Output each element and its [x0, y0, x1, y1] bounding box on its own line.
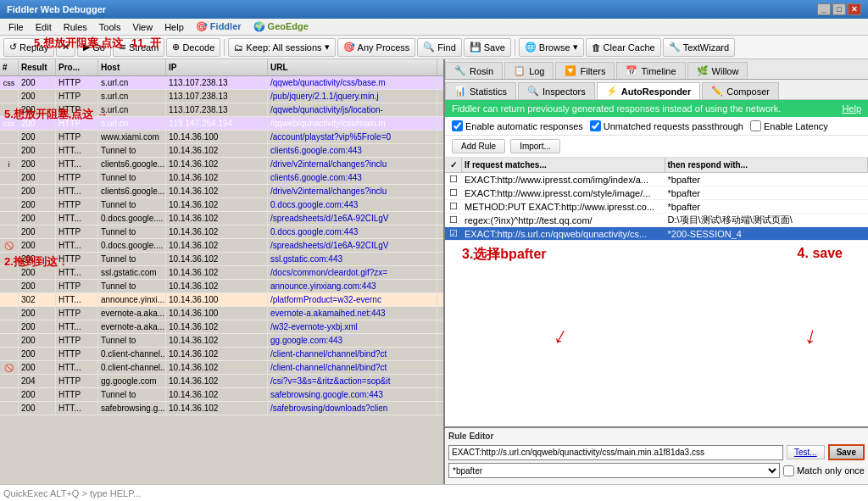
menu-view[interactable]: View	[128, 20, 159, 34]
go-button[interactable]: ▶ Go	[77, 38, 111, 57]
enable-automatic-checkbox[interactable]	[452, 120, 463, 131]
rule-row[interactable]: ☑ EXACT:http://s.url.cn/qqweb/qunactivit…	[445, 227, 868, 241]
table-row[interactable]: 200 HTTP Tunnel to 10.14.36.102 safebrow…	[0, 388, 443, 402]
menu-tools[interactable]: Tools	[94, 20, 126, 34]
tab-statistics[interactable]: 📊 Statistics	[445, 82, 516, 99]
right-panel: 🔧 Rosin 📋 Log 🔽 Filters 📅 Timeline 🌿 Wil…	[445, 59, 868, 484]
table-row[interactable]: 200 HTTP 0.client-channel.... 10.14.36.1…	[0, 348, 443, 361]
table-row[interactable]: 🚫 200 HTT... 0.client-channel.... 10.14.…	[0, 361, 443, 375]
rule-checkbox-cell: ☑	[445, 227, 462, 240]
menu-fiddler[interactable]: 🎯 Fiddler	[191, 19, 247, 34]
table-row[interactable]: 200 HTTP Tunnel to 10.14.36.102 0.docs.g…	[0, 198, 443, 212]
rule-row[interactable]: ☐ METHOD:PUT EXACT:http://www.ipresst.co…	[445, 200, 868, 214]
col-header-protocol: Pro...	[56, 59, 98, 75]
rule-match-input[interactable]	[448, 445, 783, 460]
tab-willow[interactable]: 🌿 Willow	[687, 62, 748, 79]
row-icon	[0, 225, 19, 238]
table-row[interactable]: 200 HTTP evernote-a.aka... 10.14.36.100 …	[0, 307, 443, 320]
menu-file[interactable]: File	[3, 20, 29, 34]
row-ip: 113.107.238.13	[166, 76, 268, 89]
table-row[interactable]: 200 HTTP Tunnel to 10.14.36.102 clients6…	[0, 171, 443, 185]
text-wizard-button[interactable]: 🔧 TextWizard	[663, 38, 735, 57]
find-button[interactable]: 🔍 Find	[417, 38, 461, 57]
col-check: ✓	[445, 158, 462, 172]
table-row[interactable]: 200 HTT... ssl.gstatic.com 10.14.36.102 …	[0, 266, 443, 280]
rule-respond-cell: D:\项目\测试\移动端\测试页面\	[665, 214, 869, 226]
row-result: 200	[19, 90, 56, 103]
rule-row[interactable]: ☐ EXACT:http://www.ipresst.com/img/index…	[445, 173, 868, 186]
tab-log[interactable]: 📋 Log	[504, 62, 554, 79]
rule-row[interactable]: ☐ EXACT:http://www.ipresst.com/style/ima…	[445, 186, 868, 200]
browse-button[interactable]: 🌐 Browse ▾	[519, 38, 584, 57]
maximize-button[interactable]: □	[832, 3, 846, 15]
table-row[interactable]: 200 HTTP www.xiami.com 10.14.36.100 /acc…	[0, 131, 443, 144]
title-controls[interactable]: _ □ ✕	[817, 3, 861, 15]
row-host: Tunnel to	[98, 388, 166, 401]
table-row[interactable]: 200 HTTP Tunnel to 10.14.36.102 gg.googl…	[0, 334, 443, 348]
table-row[interactable]: 200 HTT... Tunnel to 10.14.36.102 client…	[0, 144, 443, 158]
table-row[interactable]: 200 HTT... clients6.google.... 10.14.36.…	[0, 185, 443, 198]
unmatched-passthrough-checkbox[interactable]	[590, 120, 601, 131]
table-row[interactable]: 204 HTTP gg.google.com 10.14.36.102 /csi…	[0, 375, 443, 388]
rule-respond-cell: *bpafter	[665, 186, 869, 199]
tab-inspectors[interactable]: 🔍 Inspectors	[518, 82, 595, 99]
rule-save-button[interactable]: Save	[828, 444, 865, 460]
test-button[interactable]: Test...	[787, 445, 825, 459]
row-icon	[0, 212, 19, 225]
table-row[interactable]: 200 HTT... safebrowsing.g.... 10.14.36.1…	[0, 402, 443, 415]
table-row[interactable]: 200 HTT... evernote-a.aka... 10.14.36.10…	[0, 320, 443, 334]
rule-row[interactable]: ☐ regex:(?inx)^http://test.qq.com/ D:\项目…	[445, 214, 868, 227]
unmatched-passthrough-option[interactable]: Unmatched requests passthrough	[590, 120, 743, 131]
table-row[interactable]: i 200 HTT... clients6.google.... 10.14.3…	[0, 158, 443, 171]
tab-timeline[interactable]: 📅 Timeline	[616, 62, 685, 79]
minimize-button[interactable]: _	[817, 3, 831, 15]
rule-checkbox-cell: ☐	[445, 186, 462, 199]
menu-edit[interactable]: Edit	[31, 20, 57, 34]
row-result: 200	[19, 388, 56, 401]
table-row[interactable]: 302 HTT... announce.yinxi.... 10.14.36.1…	[0, 293, 443, 307]
row-protocol: HTT...	[56, 402, 98, 415]
table-row[interactable]: 200 HTT... 0.docs.google.... 10.14.36.10…	[0, 212, 443, 225]
row-icon: 🚫	[0, 361, 19, 374]
table-row[interactable]: 200 HTTP Tunnel to 10.14.36.102 announce…	[0, 280, 443, 293]
tab-filters[interactable]: 🔽 Filters	[555, 62, 615, 79]
any-process-button[interactable]: 🎯 Any Process	[337, 38, 416, 57]
delete-button[interactable]: ✕	[56, 38, 75, 57]
stream-button[interactable]: ≋ Stream	[113, 38, 164, 57]
close-button[interactable]: ✕	[848, 3, 861, 15]
enable-latency-checkbox[interactable]	[750, 120, 761, 131]
rule-respond-select[interactable]: *bpafter *bpbefore *200-SESSION_4	[448, 463, 780, 478]
clear-cache-button[interactable]: 🗑 Clear Cache	[586, 38, 661, 57]
enable-automatic-option[interactable]: Enable automatic responses	[452, 120, 583, 131]
save-toolbar-button[interactable]: 💾 Save	[464, 38, 511, 57]
bottom-tabs-row: 📊 Statistics 🔍 Inspectors ⚡ AutoResponde…	[445, 80, 868, 100]
table-row[interactable]: css 200 HTTP s.url.cn 113.107.238.13 /qq…	[0, 76, 443, 90]
tab-composer[interactable]: ✏️ Composer	[702, 82, 779, 99]
menu-help[interactable]: Help	[159, 20, 189, 34]
table-row[interactable]: 200 HTTP s.url.cn 113.107.238.13 /pub/jq…	[0, 90, 443, 103]
go-icon: ▶	[83, 42, 90, 53]
row-icon	[0, 185, 19, 198]
import-button[interactable]: Import...	[510, 139, 560, 153]
replay-button[interactable]: ↺ Replay	[3, 38, 54, 57]
row-icon	[0, 293, 19, 306]
menu-geoedge[interactable]: 🌍 GeoEdge	[248, 19, 314, 34]
match-once-label[interactable]: Match only once	[783, 465, 865, 476]
browse-label: Browse	[539, 42, 570, 53]
decode-button[interactable]: ⊕ Decode	[166, 38, 220, 57]
enable-latency-option[interactable]: Enable Latency	[750, 120, 828, 131]
tab-autoresponder[interactable]: ⚡ AutoResponder	[597, 82, 701, 99]
row-host: safebrowsing.g....	[98, 402, 166, 415]
table-row[interactable]: 200 HTTP Tunnel to 10.14.36.102 ssl.gsta…	[0, 253, 443, 266]
menu-rules[interactable]: Rules	[58, 20, 92, 34]
table-row[interactable]: 200 HTTP Tunnel to 10.14.36.102 0.docs.g…	[0, 225, 443, 239]
keep-sessions-button[interactable]: 🗂 Keep: All sessions ▾	[228, 38, 335, 57]
go-label: Go	[92, 42, 105, 53]
add-rule-button[interactable]: Add Rule	[452, 139, 505, 153]
match-once-checkbox[interactable]	[783, 465, 794, 476]
help-link[interactable]: Help	[842, 103, 861, 114]
tab-rosin[interactable]: 🔧 Rosin	[445, 62, 503, 79]
table-row[interactable]: 🚫 200 HTT... 0.docs.google.... 10.14.36.…	[0, 239, 443, 253]
rule-match-cell: regex:(?inx)^http://test.qq.com/	[462, 214, 665, 226]
row-protocol: HTT...	[56, 320, 98, 333]
